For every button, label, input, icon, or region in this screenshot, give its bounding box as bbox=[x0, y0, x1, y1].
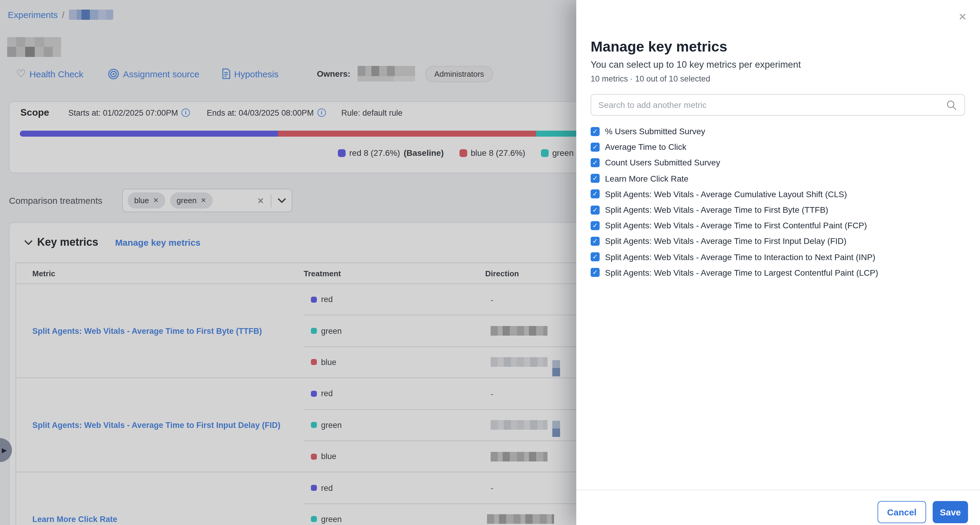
close-icon[interactable]: ✕ bbox=[958, 12, 967, 22]
metric-checkbox-list: ✓ % Users Submitted Survey ✓ Average Tim… bbox=[591, 123, 965, 281]
metric-item-label: Learn More Click Rate bbox=[605, 174, 689, 183]
cancel-button[interactable]: Cancel bbox=[878, 501, 926, 523]
checkbox-checked-icon[interactable]: ✓ bbox=[591, 174, 600, 183]
metric-list-item[interactable]: ✓ Split Agents: Web Vitals - Average Tim… bbox=[591, 202, 965, 217]
metric-list-item[interactable]: ✓ Split Agents: Web Vitals - Average Tim… bbox=[591, 249, 965, 265]
metric-list-item[interactable]: ✓ Split Agents: Web Vitals - Average Tim… bbox=[591, 233, 965, 249]
checkbox-checked-icon[interactable]: ✓ bbox=[591, 158, 600, 167]
metric-count-status: 10 metrics · 10 out of 10 selected bbox=[591, 74, 710, 83]
metric-list-item[interactable]: ✓ Average Time to Click bbox=[591, 139, 965, 155]
metric-item-label: Split Agents: Web Vitals - Average Time … bbox=[605, 268, 878, 278]
checkbox-checked-icon[interactable]: ✓ bbox=[591, 237, 600, 246]
search-icon bbox=[947, 100, 957, 110]
metric-item-label: Split Agents: Web Vitals - Average Time … bbox=[605, 205, 828, 215]
panel-title: Manage key metrics bbox=[591, 38, 727, 55]
metric-list-item[interactable]: ✓ Count Users Submitted Survey bbox=[591, 155, 965, 171]
metric-list-item[interactable]: ✓ Learn More Click Rate bbox=[591, 171, 965, 186]
screenshot-viewport: Experiments / ♡ Health Check Assignment … bbox=[0, 0, 980, 525]
metric-item-label: Split Agents: Web Vitals - Average Time … bbox=[605, 220, 867, 230]
metric-list-item[interactable]: ✓ Split Agents: Web Vitals - Average Tim… bbox=[591, 217, 965, 233]
manage-key-metrics-panel: ✕ Manage key metrics You can select up t… bbox=[576, 0, 980, 525]
checkbox-checked-icon[interactable]: ✓ bbox=[591, 143, 600, 152]
checkbox-checked-icon[interactable]: ✓ bbox=[591, 127, 600, 136]
metric-search-input[interactable] bbox=[591, 95, 964, 115]
metric-search-box bbox=[591, 94, 965, 116]
save-button[interactable]: Save bbox=[933, 501, 968, 523]
metric-item-label: Average Time to Click bbox=[605, 142, 686, 152]
checkbox-checked-icon[interactable]: ✓ bbox=[591, 205, 600, 214]
metric-item-label: Split Agents: Web Vitals - Average Time … bbox=[605, 252, 875, 262]
metric-item-label: Split Agents: Web Vitals - Average Time … bbox=[605, 236, 846, 246]
checkbox-checked-icon[interactable]: ✓ bbox=[591, 252, 600, 261]
metric-item-label: Count Users Submitted Survey bbox=[605, 158, 720, 168]
checkbox-checked-icon[interactable]: ✓ bbox=[591, 268, 600, 277]
metric-item-label: Split Agents: Web Vitals - Average Cumul… bbox=[605, 189, 847, 199]
checkbox-checked-icon[interactable]: ✓ bbox=[591, 221, 600, 230]
checkbox-checked-icon[interactable]: ✓ bbox=[591, 190, 600, 199]
panel-subtitle: You can select up to 10 key metrics per … bbox=[591, 59, 801, 70]
metric-item-label: % Users Submitted Survey bbox=[605, 126, 705, 136]
metric-list-item[interactable]: ✓ Split Agents: Web Vitals - Average Tim… bbox=[591, 265, 965, 280]
metric-list-item[interactable]: ✓ % Users Submitted Survey bbox=[591, 123, 965, 139]
panel-footer: Cancel Save bbox=[576, 490, 980, 525]
metric-list-item[interactable]: ✓ Split Agents: Web Vitals - Average Cum… bbox=[591, 187, 965, 202]
